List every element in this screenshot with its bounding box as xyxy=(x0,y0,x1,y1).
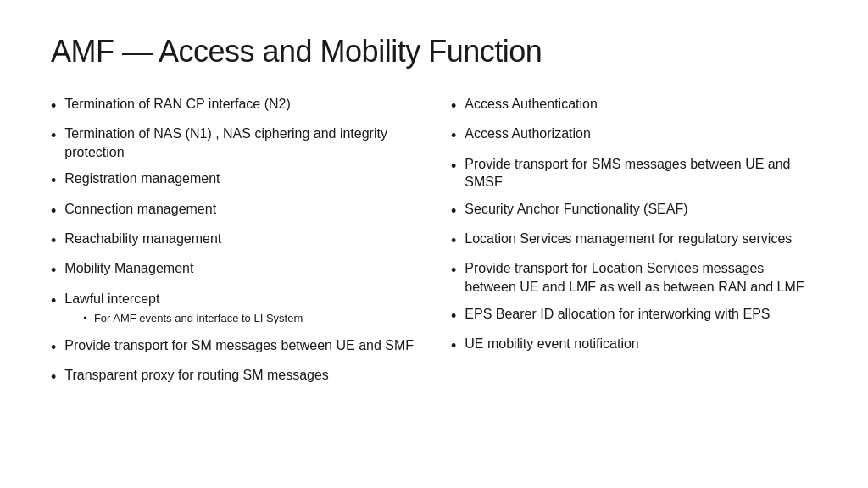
left-list-item: •Termination of RAN CP interface (N2) xyxy=(51,95,417,116)
bullet-icon: • xyxy=(51,170,56,191)
bullet-icon: • xyxy=(51,201,56,221)
bullet-text: EPS Bearer ID allocation for interworkin… xyxy=(465,305,817,324)
bullet-text: Termination of RAN CP interface (N2) xyxy=(64,95,417,114)
bullet-icon: • xyxy=(51,96,56,116)
sub-bullet-list: •For AMF events and interface to LI Syst… xyxy=(83,311,303,326)
bullet-text: Registration management xyxy=(64,169,417,188)
bullet-icon: • xyxy=(51,260,56,280)
bullet-text: Transparent proxy for routing SM message… xyxy=(64,366,417,385)
sub-bullet-icon: • xyxy=(83,311,87,326)
right-list-item: •EPS Bearer ID allocation for interworki… xyxy=(451,305,817,326)
bullet-icon: • xyxy=(451,306,456,326)
bullet-icon: • xyxy=(451,156,456,176)
left-list-item: •Lawful intercept•For AMF events and int… xyxy=(51,290,417,328)
bullet-text: Access Authorization xyxy=(465,125,817,143)
slide: AMF — Access and Mobility Function •Term… xyxy=(0,0,868,488)
right-bullet-list: •Access Authentication•Access Authorizat… xyxy=(451,95,817,364)
right-list-item: •Provide transport for SMS messages betw… xyxy=(451,155,817,191)
bullet-text: Provide transport for SMS messages betwe… xyxy=(465,155,817,191)
bullet-icon: • xyxy=(451,336,456,356)
bullet-content-wrapper: Lawful intercept•For AMF events and inte… xyxy=(64,290,303,328)
left-column: •Termination of RAN CP interface (N2)•Te… xyxy=(51,95,417,463)
right-list-item: •Security Anchor Functionality (SEAF) xyxy=(451,200,817,221)
bullet-text: Provide transport for Location Services … xyxy=(465,259,817,296)
left-list-item: •Reachability management xyxy=(51,230,417,251)
left-list-item: •Provide transport for SM messages betwe… xyxy=(51,336,417,358)
sub-bullet-text: For AMF events and interface to LI Syste… xyxy=(94,311,303,326)
bullet-text: Access Authentication xyxy=(465,95,817,114)
right-list-item: •Provide transport for Location Services… xyxy=(451,259,817,296)
left-list-item: •Connection management xyxy=(51,200,417,221)
content-area: •Termination of RAN CP interface (N2)•Te… xyxy=(51,95,817,463)
bullet-icon: • xyxy=(451,260,456,280)
slide-title: AMF — Access and Mobility Function xyxy=(51,34,817,69)
bullet-text: UE mobility event notification xyxy=(465,335,817,353)
bullet-text: Termination of NAS (N1) , NAS ciphering … xyxy=(64,125,417,161)
left-list-item: •Registration management xyxy=(51,169,417,191)
left-bullet-list: •Termination of RAN CP interface (N2)•Te… xyxy=(51,95,417,396)
bullet-icon: • xyxy=(51,230,56,251)
left-list-item: •Termination of NAS (N1) , NAS ciphering… xyxy=(51,125,417,161)
left-list-item: •Transparent proxy for routing SM messag… xyxy=(51,366,417,387)
bullet-icon: • xyxy=(451,96,456,116)
bullet-text: Reachability management xyxy=(64,230,417,248)
bullet-text: Location Services management for regulat… xyxy=(465,230,817,248)
bullet-icon: • xyxy=(51,125,56,146)
bullet-text: Lawful intercept xyxy=(64,291,159,306)
right-column: •Access Authentication•Access Authorizat… xyxy=(451,95,817,463)
right-list-item: •Access Authorization xyxy=(451,125,817,146)
bullet-icon: • xyxy=(451,201,456,221)
bullet-icon: • xyxy=(451,125,456,146)
bullet-icon: • xyxy=(51,337,56,358)
bullet-text: Mobility Management xyxy=(64,259,417,278)
right-list-item: •Location Services management for regula… xyxy=(451,230,817,251)
bullet-icon: • xyxy=(51,367,56,387)
left-list-item: •Mobility Management xyxy=(51,259,417,280)
right-list-item: •UE mobility event notification xyxy=(451,335,817,356)
bullet-icon: • xyxy=(51,291,56,311)
bullet-text: Security Anchor Functionality (SEAF) xyxy=(465,200,817,219)
bullet-text: Connection management xyxy=(64,200,417,219)
sub-list-item: •For AMF events and interface to LI Syst… xyxy=(83,311,303,326)
right-list-item: •Access Authentication xyxy=(451,95,817,116)
bullet-icon: • xyxy=(451,230,456,251)
bullet-text: Provide transport for SM messages betwee… xyxy=(64,336,417,355)
